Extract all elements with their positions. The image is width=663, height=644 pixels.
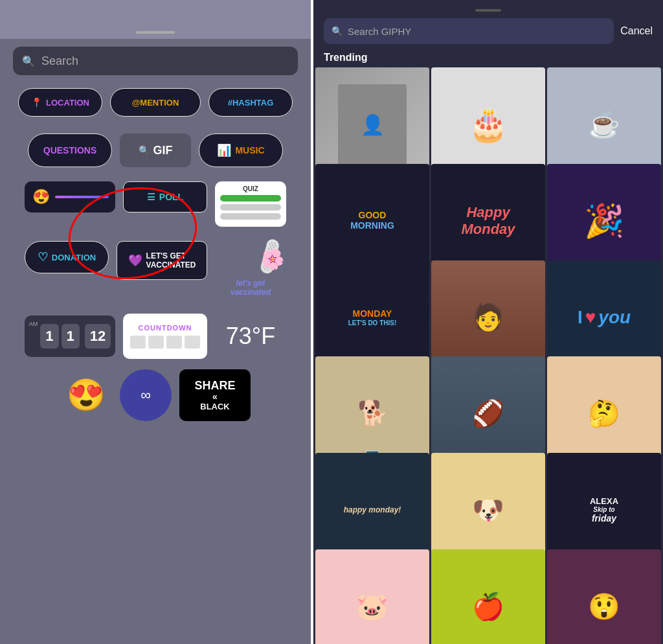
person-icon: 👤 [361, 113, 385, 136]
sticker-row-1: 📍 LOCATION @MENTION #HASHTAG [13, 88, 298, 117]
i-text: I [578, 307, 583, 328]
gif-guy[interactable]: 😲 [547, 549, 661, 644]
phone-top-indicator [475, 9, 501, 12]
sticker-questions[interactable]: QUESTIONS [28, 133, 112, 167]
sticker-boomerang[interactable]: ∞ [120, 369, 172, 421]
music-label: MUSIC [235, 145, 264, 155]
morning-text: MORNING [350, 221, 394, 231]
search-bar[interactable]: 🔍 Search [13, 47, 298, 75]
giphy-search-box[interactable]: 🔍 Search GIPHY [324, 18, 614, 44]
gif-apple[interactable]: 🍎 [431, 549, 545, 644]
person-figure: 🧑 [472, 302, 504, 332]
sticker-mention[interactable]: @MENTION [110, 88, 201, 117]
countdown-block-4 [185, 336, 200, 349]
phone-notch [136, 31, 175, 34]
gif-peppa[interactable]: 🐷 [315, 549, 429, 644]
monday-ldt-content: MONDAY LET'S DO THIS! [348, 308, 397, 327]
sticker-row-bottom: 😍 ∞ SHARE « BLACK [60, 369, 251, 421]
vaccinated-label: LET'S GETVACCINATED [146, 251, 196, 270]
bandaid-text: let's get vaccinated [215, 279, 286, 297]
thinking-emoji: 🤔 [588, 398, 620, 429]
sticker-row-3: 😍 ☰ POLL QUIZ [13, 181, 298, 227]
giphy-cancel-button[interactable]: Cancel [620, 25, 653, 37]
temperature-value: 73°F [226, 323, 275, 350]
party-hat-emoji: 🎉 [584, 202, 624, 240]
time-block-1: 1 [40, 324, 58, 349]
quiz-bar-gray-2 [220, 213, 281, 220]
countdown-block-3 [166, 336, 182, 349]
gif-label: GIF [153, 144, 173, 157]
mention-label: @MENTION [132, 98, 179, 108]
peppa-bg: 🐷 [315, 549, 429, 644]
alexa-text: ALEXA [590, 496, 618, 506]
sticker-time[interactable]: AM 1 1 12 [25, 316, 115, 357]
share-label: SHARE [194, 380, 235, 391]
emoji-slider-bar [55, 196, 109, 198]
location-label: LOCATION [46, 98, 89, 108]
search-icon: 🔍 [22, 55, 35, 67]
sticker-countdown[interactable]: COUNTDOWN [123, 314, 207, 359]
search-input-label: Search [41, 54, 78, 68]
sticker-gif[interactable]: 🔍 GIF [120, 133, 191, 167]
countdown-block-1 [130, 336, 146, 349]
quiz-bar-gray [220, 204, 281, 211]
emoji-icon: 😍 [32, 189, 50, 205]
dog-shibe-emoji: 🐶 [472, 495, 504, 525]
sticker-quiz[interactable]: QUIZ [215, 181, 286, 227]
heart-icon: ♥ [585, 307, 596, 328]
gif-grid: 👤 I KNOW YOU 🎂 ☕ GOOD MORNING Happy Mond… [313, 67, 663, 644]
happy-text: Happy [466, 204, 510, 221]
quiz-label: QUIZ [243, 185, 258, 192]
music-bars-icon: 📊 [217, 143, 231, 157]
share-arrow-icon: « [212, 391, 218, 402]
i-love-you-content: I ♥ you [578, 307, 631, 328]
heart-outline-icon: ♡ [38, 250, 48, 264]
sticker-row-2: QUESTIONS 🔍 GIF 📊 MUSIC [13, 133, 298, 167]
pig-emoji: 🐷 [356, 592, 388, 622]
happy-monday-text: Happy Monday [461, 204, 515, 238]
face-emoji-icon: 😍 [67, 377, 106, 413]
poll-list-icon: ☰ [147, 192, 155, 202]
monday-text: Monday [461, 221, 515, 238]
giphy-search-input[interactable]: Search GIPHY [348, 26, 411, 37]
cake-emoji: 🎂 [468, 106, 508, 143]
alexa-content: ALEXA Skip to friday [590, 496, 618, 523]
hashtag-label: #HASHTAG [228, 98, 274, 108]
sticker-share-black[interactable]: SHARE « BLACK [179, 369, 251, 421]
sticker-bandaid[interactable]: 🩹 🌸 let's get vaccinated [215, 241, 286, 299]
countdown-block-2 [148, 336, 164, 349]
quiz-bar-green [220, 195, 281, 201]
sticker-donation[interactable]: ♡ DONATION [25, 241, 109, 273]
phone-top-bar [0, 0, 311, 39]
time-block-2: 1 [62, 324, 80, 349]
you-text: you [598, 307, 631, 328]
sticker-emoji-slider[interactable]: 😍 [25, 181, 115, 213]
vaccinated-top: 💜 LET'S GETVACCINATED [128, 251, 196, 270]
friday-text: friday [592, 513, 616, 523]
guy-bg: 😲 [547, 549, 661, 644]
sticker-row-4: ♡ DONATION 💜 LET'S GETVACCINATED 🩹 🌸 let… [13, 241, 298, 299]
sticker-hashtag[interactable]: #HASHTAG [208, 88, 293, 117]
skip-text: Skip to [593, 506, 614, 513]
sticker-music[interactable]: 📊 MUSIC [199, 133, 283, 167]
know-you-person: 👤 [338, 84, 407, 164]
sticker-face-emoji[interactable]: 😍 [60, 369, 112, 421]
apple-emoji: 🍎 [472, 592, 504, 622]
gif-search-icon: 🔍 [139, 145, 150, 155]
sticker-vaccinated[interactable]: 💜 LET'S GETVACCINATED [117, 241, 207, 280]
donation-label: DONATION [52, 253, 96, 262]
poll-label: POLL [159, 192, 183, 202]
football-emoji: 🏈 [472, 398, 504, 429]
sticker-poll[interactable]: ☰ POLL [123, 181, 207, 213]
giphy-search-icon: 🔍 [332, 26, 343, 36]
good-morning-text: GOOD MORNING [350, 211, 394, 231]
sticker-temperature[interactable]: 73°F [215, 316, 286, 357]
am-label: AM [29, 316, 38, 327]
surprised-emoji: 😲 [588, 592, 620, 622]
black-label: BLACK [200, 402, 230, 411]
questions-label: QUESTIONS [43, 145, 96, 155]
sticker-location[interactable]: 📍 LOCATION [18, 88, 102, 117]
trending-label: Trending [313, 44, 663, 67]
countdown-label: COUNTDOWN [139, 324, 192, 332]
left-panel: 🔍 Search 📍 LOCATION @MENTION #HASHTAG QU… [0, 0, 311, 644]
